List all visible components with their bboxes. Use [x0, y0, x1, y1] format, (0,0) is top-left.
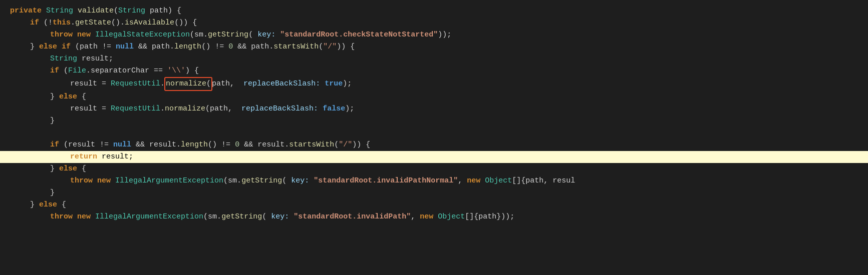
- token-illegalargumentexception-1: IllegalArgumentException: [115, 175, 223, 187]
- code-line-10: }: [0, 115, 868, 127]
- code-line-9: result = RequestUtil.normalize(path, rep…: [0, 103, 868, 115]
- token-getstring-2: getString: [241, 175, 282, 187]
- token-private: private: [10, 5, 42, 17]
- token-illegalargumentexception-2: IllegalArgumentException: [95, 211, 203, 223]
- code-line-3: throw new IllegalStateException(sm.getSt…: [0, 29, 868, 41]
- token-object-class-2: Object: [438, 211, 465, 223]
- token-false: false: [323, 103, 345, 115]
- token-new-3: new: [467, 175, 480, 187]
- token-if-3: if: [50, 65, 59, 77]
- token-invalidpath-string: "standardRoot.invalidPath": [294, 211, 411, 223]
- token-if-4: if: [50, 139, 59, 151]
- token-else-2: else: [59, 91, 77, 103]
- token-isavailable: isAvailable: [125, 17, 174, 29]
- code-line-14: } else {: [0, 163, 868, 175]
- token-replacebackslash-label-2: replaceBackSlash:: [241, 103, 318, 115]
- code-line-1: private String validate(String path) {: [0, 5, 868, 17]
- token-key-label-1: key:: [257, 29, 275, 41]
- token-else-if: else: [39, 41, 57, 53]
- token-string-type-2: String: [50, 53, 77, 65]
- code-line-11: [0, 127, 868, 139]
- token-invalidpathnormal-string: "standardRoot.invalidPathNormal": [314, 175, 458, 187]
- token-length-2: length: [181, 139, 208, 151]
- token-file-class: File: [68, 65, 86, 77]
- code-line-16: }: [0, 187, 868, 199]
- code-line-8: } else {: [0, 91, 868, 103]
- token-string-param-type: String: [118, 5, 145, 17]
- code-line-6: if (File.separatorChar == '\\') {: [0, 65, 868, 77]
- code-line-12: if (result != null && result.length() !=…: [0, 139, 868, 151]
- token-return: return: [70, 151, 97, 163]
- token-validate-method: validate: [78, 5, 114, 17]
- token-zero-1: 0: [228, 41, 233, 53]
- token-new-2: new: [97, 175, 111, 187]
- token-new-5: new: [420, 211, 433, 223]
- token-zero-2: 0: [235, 139, 239, 151]
- token-startswith-1: startsWith: [273, 41, 319, 53]
- code-line-17: } else {: [0, 199, 868, 211]
- code-line-5: String result;: [0, 53, 868, 65]
- token-startswith-2: startsWith: [289, 139, 334, 151]
- normalize-highlight-box: normalize(: [164, 77, 212, 91]
- token-getstate: getState: [75, 17, 111, 29]
- token-key-label-2: key:: [291, 175, 309, 187]
- token-throw-1: throw: [50, 29, 73, 41]
- token-illegalstateexception: IllegalStateException: [95, 29, 190, 41]
- token-if-2: if: [62, 41, 71, 53]
- token-new-4: new: [77, 211, 91, 223]
- token-else-3: else: [59, 163, 77, 175]
- token-checkstate-string: "standardRoot.checkStateNotStarted": [280, 29, 438, 41]
- token-throw-2: throw: [70, 175, 93, 187]
- code-line-2: if (!this.getState().isAvailable()) {: [0, 17, 868, 29]
- token-object-class-1: Object: [485, 175, 512, 187]
- token-normalize-1: normalize: [166, 80, 206, 88]
- token-true: true: [325, 78, 343, 90]
- code-line-15: throw new IllegalArgumentException(sm.ge…: [0, 175, 868, 187]
- code-line-4: } else if (path != null && path.length()…: [0, 41, 868, 53]
- code-line-13: return result;: [0, 151, 868, 163]
- token-this: this: [53, 17, 71, 29]
- token-slash-2: "/": [339, 139, 352, 151]
- token-requestutil-2: RequestUtil: [111, 103, 160, 115]
- token-getstring-1: getString: [208, 29, 248, 41]
- token-normalize-2: normalize: [165, 103, 205, 115]
- token-else-4: else: [39, 199, 57, 211]
- token-requestutil-1: RequestUtil: [111, 78, 160, 90]
- token-null-1: null: [116, 41, 134, 53]
- code-editor: private String validate(String path) { i…: [0, 0, 868, 275]
- token-string-type: String: [46, 5, 73, 17]
- token-replacebackslash-label-1: replaceBackSlash:: [243, 78, 320, 90]
- token-null-2: null: [113, 139, 131, 151]
- token-new-1: new: [77, 29, 91, 41]
- code-line-7: result = RequestUtil.normalize(path, rep…: [0, 77, 868, 91]
- token-length-1: length: [174, 41, 201, 53]
- code-line-18: throw new IllegalArgumentException(sm.ge…: [0, 211, 868, 223]
- token-if: if: [30, 17, 39, 29]
- token-backslash-char: '\\': [167, 65, 185, 77]
- token-slash-1: "/": [323, 41, 337, 53]
- token-throw-3: throw: [50, 211, 73, 223]
- token-key-label-3: key:: [271, 211, 289, 223]
- token-getstring-3: getString: [221, 211, 262, 223]
